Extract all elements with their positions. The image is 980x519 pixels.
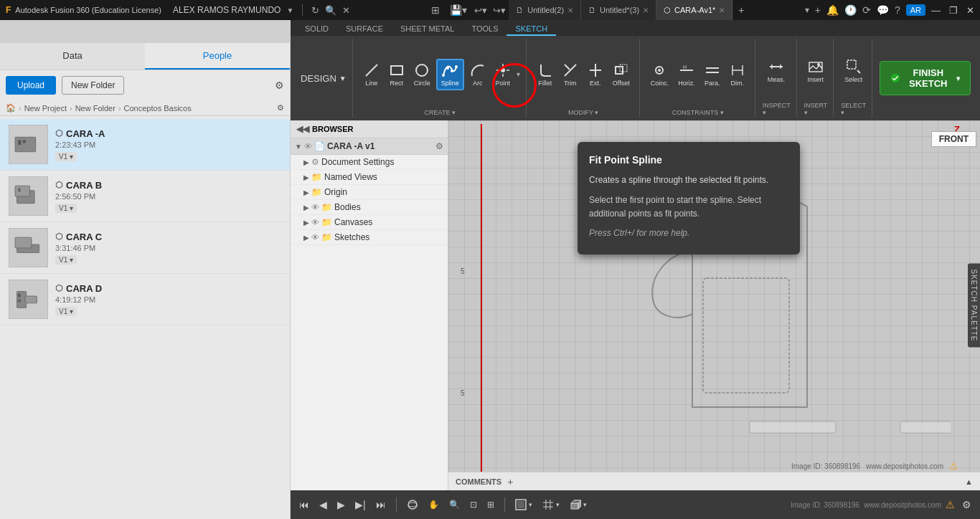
front-view-label[interactable]: FRONT [931,131,976,147]
file-version-a[interactable]: V1 ▾ [55,152,77,161]
viewport-orbit-btn[interactable] [404,497,421,512]
file-item-cara-b[interactable]: ⬡ CARA B 2:56:50 PM V1 ▾ [0,171,290,222]
refresh-btn[interactable]: ↻ [311,5,319,16]
create-arc-btn[interactable]: Arc [466,60,489,89]
mode-surface[interactable]: SURFACE [337,23,392,36]
timeline-play-btn[interactable]: ▶ [334,497,348,513]
file-item-cara-a[interactable]: ⬡ CARA -A 2:23:43 PM V1 ▾ [0,119,290,171]
viewport[interactable]: 5 5 Z FRONT SKETCH PALETTE [448,120,980,490]
bodies-expand[interactable]: ▶ [303,204,309,211]
tab-untitled2[interactable]: 🗋 Untitled(2) ✕ [509,0,581,20]
new-folder-btn[interactable]: New Folder [62,76,124,95]
sketches-vis-icon[interactable]: 👁 [311,233,319,242]
file-item-cara-d[interactable]: ⬡ CARA D 4:19:12 PM V1 ▾ [0,274,290,325]
canvases-vis-icon[interactable]: 👁 [311,218,319,227]
root-settings-icon[interactable]: ⚙ [435,141,443,151]
jobs-icon[interactable]: ⟳ [862,4,871,16]
tab-untitled3[interactable]: 🗋 Untitled*(3) ✕ [581,0,656,20]
help-icon[interactable]: ? [895,4,900,16]
search-btn[interactable]: 🔍 [325,5,336,16]
create-dropdown-btn[interactable]: ▾ [517,70,520,78]
timeline-gear-btn[interactable]: ⚙ [959,497,974,513]
file-item-cara-c[interactable]: ⬡ CARA C 3:31:46 PM V1 ▾ [0,222,290,274]
viewport-zoom-btn[interactable]: 🔍 [446,498,463,511]
win-close[interactable]: ✕ [966,5,974,16]
sketches-expand[interactable]: ▶ [303,234,309,242]
mode-tools[interactable]: TOOLS [463,23,507,36]
named-views-expand[interactable]: ▶ [303,173,309,181]
mode-sheet-metal[interactable]: SHEET METAL [392,23,463,36]
viewport-zoom-window-btn[interactable]: ⊞ [484,498,497,511]
file-version-c[interactable]: V1 ▾ [55,255,77,265]
tab-close-2[interactable]: ✕ [643,6,649,14]
doc-settings-expand[interactable]: ▶ [303,158,309,166]
upload-btn[interactable]: Upload [6,76,56,95]
timeline-skip-start-btn[interactable]: ⏮ [296,497,312,513]
user-name[interactable]: ALEX RAMOS RAYMUNDO [173,5,281,15]
tab-close-3[interactable]: ✕ [719,6,725,14]
file-version-d[interactable]: V1 ▾ [55,307,77,316]
apps-grid-icon[interactable]: ⊞ [425,4,446,16]
win-minimize[interactable]: — [931,5,941,16]
settings-icon[interactable]: ⚙ [275,80,284,91]
comments-add-btn[interactable]: + [507,476,513,487]
root-expand-arrow[interactable]: ▼ [295,143,302,151]
select-window-btn[interactable]: Select [841,57,866,85]
constraint-dimension-btn[interactable]: Dim. [726,60,749,89]
breadcrumb-home[interactable]: 🏠 [6,103,16,113]
display-mode-btn[interactable]: ▾ [512,497,535,512]
sketch-palette-toggle[interactable]: SKETCH PALETTE [968,263,980,347]
timeline-skip-end-btn[interactable]: ⏭ [373,497,389,513]
constraint-parallel-btn[interactable]: Para. [701,60,724,89]
tab-add-btn[interactable]: + [732,4,750,16]
browser-root-item[interactable]: ▼ 👁 📄 CARA -A v1 ⚙ [291,138,448,155]
tab-data[interactable]: Data [0,43,145,70]
close-panel-btn[interactable]: ✕ [342,5,350,16]
modify-trim-btn[interactable]: Trim [559,60,582,89]
tab-people[interactable]: People [145,43,290,70]
origin-expand[interactable]: ▶ [303,189,309,196]
chat-icon[interactable]: 💬 [877,4,889,16]
browser-item-bodies[interactable]: ▶ 👁 📁 Bodies [291,200,448,215]
file-version-b[interactable]: V1 ▾ [55,204,77,213]
modify-fillet-btn[interactable]: Fillet [534,60,557,89]
expand-comments-btn[interactable]: ▲ [965,477,973,486]
insert-image-btn[interactable]: Insert [804,57,828,85]
browser-collapse-btn[interactable]: ◀◀ [296,124,309,134]
clock-icon[interactable]: 🕐 [844,4,857,16]
tab-overflow-btn[interactable]: ▾ [805,5,809,15]
breadcrumb-settings-icon[interactable]: ⚙ [277,103,284,113]
viewport-fit-btn[interactable]: ⊡ [467,498,480,511]
inspect-measure-btn[interactable]: Meas. [764,57,789,85]
mode-solid[interactable]: SOLID [296,23,337,36]
breadcrumb-current[interactable]: Conceptos Basicos [124,104,192,113]
design-dropdown-btn[interactable]: DESIGN ▼ [301,73,347,84]
undo-btn[interactable]: ↩▾ [471,5,490,16]
breadcrumb-project[interactable]: New Project [24,104,67,113]
modify-extend-btn[interactable]: Ext. [584,60,607,89]
canvases-expand[interactable]: ▶ [303,219,309,227]
browser-item-canvases[interactable]: ▶ 👁 📁 Canvases [291,215,448,230]
root-vis-icon[interactable]: 👁 [304,142,312,151]
user-dropdown-icon[interactable]: ▼ [286,6,293,14]
viewport-pan-btn[interactable]: ✋ [425,498,442,511]
browser-item-origin[interactable]: ▶ 📁 Origin [291,185,448,200]
save-dropdown-icon[interactable]: 💾▾ [446,4,471,16]
bodies-vis-icon[interactable]: 👁 [311,203,319,211]
win-maximize[interactable]: ❐ [949,5,958,16]
browser-item-sketches[interactable]: ▶ 👁 📁 Sketches [291,230,448,245]
new-tab-btn[interactable]: + [815,4,821,16]
user-avatar[interactable]: AR [906,4,925,16]
grid-display-btn[interactable]: ▾ [540,497,562,512]
create-line-btn[interactable]: Line [360,60,383,89]
warning-icon[interactable]: ⚠ [949,460,958,472]
constraint-horiz-btn[interactable]: H Horiz. [674,60,699,89]
constraint-coincident-btn[interactable]: Coinc. [647,60,673,89]
create-spline-btn[interactable]: Spline [436,59,464,90]
breadcrumb-folder[interactable]: New Folder [75,104,116,113]
modify-offset-btn[interactable]: Offset [609,60,633,89]
create-circle-btn[interactable]: Circle [410,60,434,89]
create-rectangle-btn[interactable]: Rect [385,60,408,89]
create-point-btn[interactable]: Point [491,60,514,89]
browser-item-named-views[interactable]: ▶ 📁 Named Views [291,170,448,185]
